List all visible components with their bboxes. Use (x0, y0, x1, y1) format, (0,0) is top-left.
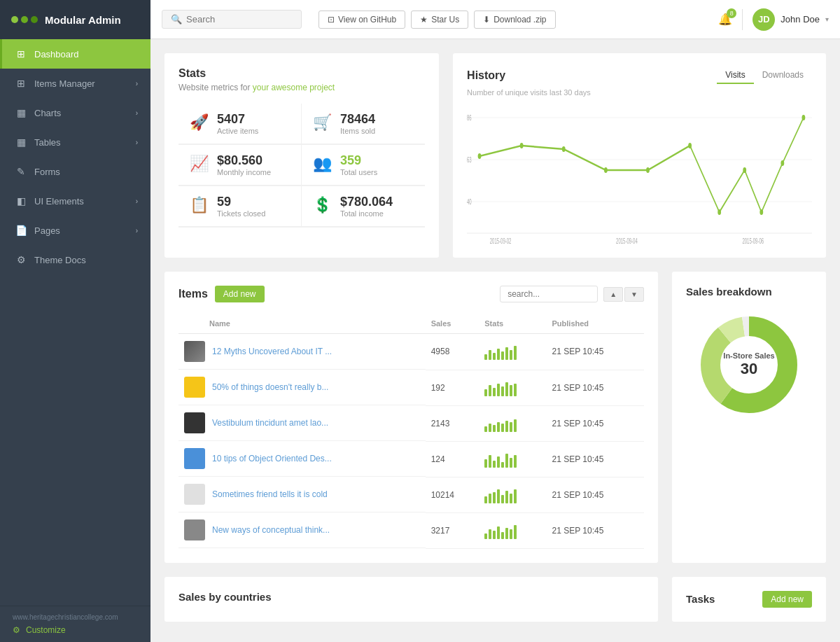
customize-link[interactable]: ⚙ Customize (13, 625, 138, 635)
add-new-task-button[interactable]: Add new (762, 591, 812, 608)
history-header: History Visits Downloads (467, 67, 812, 84)
col-sales: Sales (426, 314, 479, 334)
sidebar-item-dashboard[interactable]: ⊞ Dashboard (0, 39, 150, 69)
item-link[interactable]: Vestibulum tincidunt amet lao... (212, 418, 328, 428)
search-input[interactable] (186, 14, 293, 25)
main-area: 🔍 ⊡ View on GitHub ★ Star Us ⬇ Download … (150, 0, 840, 642)
view-github-button[interactable]: ⊡ View on GitHub (318, 11, 405, 29)
sidebar-item-tables[interactable]: ▦ Tables › (0, 127, 150, 157)
item-name-cell: New ways of conceptual think... (178, 512, 426, 548)
item-published-cell: 21 SEP 10:45 (547, 512, 644, 548)
middle-row: Items Add new ▲ ▼ Name (164, 272, 826, 563)
table-row: 10 tips of Object Oriented Des...12421 S… (178, 441, 644, 477)
tickets-closed-label: Tickets closed (217, 209, 265, 218)
stats-link[interactable]: your awesome project (253, 83, 335, 92)
user-name: John Doe (780, 14, 820, 25)
mini-bar (489, 455, 491, 468)
tab-downloads[interactable]: Downloads (754, 67, 812, 84)
sidebar-item-items-manager[interactable]: ⊞ Items Manager › (0, 69, 150, 98)
logo-dot-2 (21, 16, 28, 23)
mini-bar (505, 528, 508, 539)
stats-card: Stats Website metrics for your awesome p… (164, 53, 439, 258)
svg-text:2015-09-02: 2015-09-02 (490, 238, 512, 244)
sort-down-button[interactable]: ▼ (624, 287, 644, 302)
item-sales-cell: 2143 (426, 405, 479, 441)
mini-bar (510, 458, 512, 468)
bottom-row: Sales by countries Tasks Add new (164, 577, 826, 622)
svg-point-15 (760, 209, 763, 215)
mini-bar-chart (484, 415, 540, 432)
mini-bar (510, 422, 512, 432)
search-box[interactable]: 🔍 (162, 10, 302, 29)
mini-bar (484, 389, 487, 396)
active-items-label: Active items (217, 127, 258, 135)
items-title: Items (178, 288, 208, 300)
forms-icon: ✎ (15, 166, 27, 177)
svg-point-8 (520, 143, 524, 148)
stat-items-sold: 🛒 78464 Items sold (302, 104, 425, 145)
download-zip-button[interactable]: ⬇ Download .zip (474, 11, 555, 29)
sidebar-item-label-items-manager: Items Manager (34, 78, 95, 89)
footer-url: www.heritagechristiancollege.com (13, 613, 138, 621)
item-thumbnail (184, 412, 205, 433)
stat-total-users: 👥 359 Total users (302, 145, 425, 186)
item-name-cell: 10 tips of Object Oriented Des... (178, 441, 426, 477)
item-link[interactable]: 50% of things doesn't really b... (212, 382, 328, 392)
add-new-item-button[interactable]: Add new (215, 286, 265, 302)
mini-bar (501, 351, 504, 360)
items-search-input[interactable] (500, 286, 598, 302)
user-menu[interactable]: JD John Doe ▾ (752, 8, 829, 31)
mini-bar (497, 456, 500, 468)
stats-subtitle: Website metrics for your awesome project (178, 83, 425, 92)
mini-bar (489, 494, 491, 503)
item-thumbnail (184, 519, 205, 540)
item-stats-cell (479, 441, 546, 477)
item-sales-cell: 3217 (426, 512, 479, 548)
header-divider (742, 9, 743, 30)
sidebar-item-ui-elements[interactable]: ◧ UI Elements › (0, 186, 150, 216)
item-stats-cell (479, 512, 546, 548)
item-name-cell: 12 Myths Uncovered About IT ... (178, 334, 426, 370)
sort-up-button[interactable]: ▲ (603, 287, 623, 302)
logo-title: Modular Admin (45, 14, 121, 26)
sales-countries-title: Sales by countries (178, 591, 272, 603)
download-icon: ⬇ (483, 15, 490, 25)
mini-bar (501, 424, 504, 432)
svg-point-10 (604, 167, 608, 173)
star-us-button[interactable]: ★ Star Us (411, 11, 468, 29)
item-stats-cell (479, 334, 546, 370)
item-published-cell: 21 SEP 10:45 (547, 405, 644, 441)
svg-point-13 (718, 209, 721, 215)
item-link[interactable]: 10 tips of Object Oriented Des... (212, 454, 332, 463)
donut-chart: In-Store Sales 30 (693, 309, 805, 421)
tab-visits[interactable]: Visits (717, 67, 753, 84)
tasks-title: Tasks (686, 593, 715, 605)
item-link[interactable]: New ways of conceptual think... (212, 525, 330, 535)
sidebar-item-pages[interactable]: 📄 Pages › (0, 216, 150, 245)
mini-bar-chart (484, 487, 540, 503)
col-published: Published (547, 314, 644, 334)
svg-point-12 (688, 143, 692, 148)
chevron-right-icon-pages: › (136, 227, 138, 235)
sidebar-item-forms[interactable]: ✎ Forms (0, 157, 150, 186)
sidebar-item-charts[interactable]: ▦ Charts › (0, 98, 150, 127)
item-link[interactable]: 12 Myths Uncovered About IT ... (212, 347, 332, 356)
logo-dot-1 (11, 16, 18, 23)
users-icon: 👥 (313, 155, 332, 173)
item-stats-cell (479, 370, 546, 405)
item-sales-cell: 10214 (426, 477, 479, 512)
item-link[interactable]: Sometimes friend tells it is cold (212, 489, 328, 499)
sidebar-item-theme-docs[interactable]: ⚙ Theme Docs (0, 245, 150, 274)
sidebar-item-label-theme-docs: Theme Docs (34, 255, 86, 265)
stat-tickets-closed: 📋 59 Tickets closed (178, 186, 302, 228)
notifications-bell[interactable]: 🔔 8 (718, 13, 732, 26)
stat-monthly-income: 📈 $80.560 Monthly income (178, 145, 302, 186)
col-stats: Stats (479, 314, 546, 334)
logo-dot-3 (31, 16, 38, 23)
sidebar-item-label-ui-elements: UI Elements (34, 196, 84, 207)
ui-elements-icon: ◧ (15, 195, 27, 207)
mini-bar (501, 462, 504, 468)
mini-bar (497, 384, 500, 396)
sales-countries-card: Sales by countries (164, 577, 658, 622)
sidebar-footer: www.heritagechristiancollege.com ⚙ Custo… (0, 606, 150, 642)
